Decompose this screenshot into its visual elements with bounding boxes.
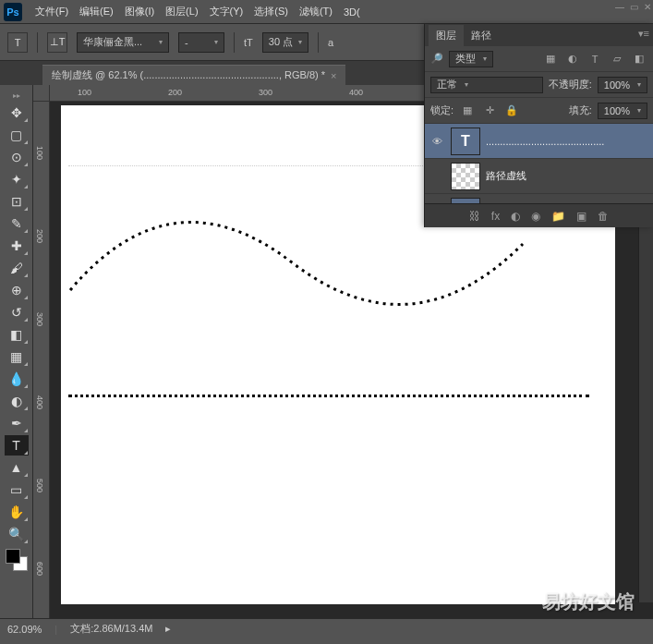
- fill-dropdown[interactable]: 100%: [598, 103, 647, 119]
- new-layer-icon[interactable]: ▣: [576, 210, 586, 223]
- blur-tool[interactable]: 💧: [5, 369, 29, 389]
- filter-adjust-icon[interactable]: ◐: [564, 51, 581, 67]
- shape-tool[interactable]: ▭: [5, 480, 29, 500]
- font-family-dropdown[interactable]: 华康俪金黑...: [77, 32, 169, 53]
- layer-mask-icon[interactable]: ◐: [511, 210, 520, 223]
- ruler-tick: 100: [35, 146, 44, 160]
- zoom-tool[interactable]: 🔍: [5, 524, 29, 544]
- pen-tool[interactable]: ✒: [5, 413, 29, 433]
- history-brush-tool[interactable]: ↺: [5, 302, 29, 322]
- zoom-level[interactable]: 62.09%: [7, 624, 42, 635]
- watermark: 易坊好文馆: [542, 589, 635, 614]
- menu-layer[interactable]: 图层(L): [160, 0, 203, 23]
- stamp-tool[interactable]: ⊕: [5, 280, 29, 300]
- panel-tabs: 图层 路径 ▾≡: [425, 24, 653, 46]
- tool-preset-icon[interactable]: T: [7, 32, 28, 53]
- visibility-icon[interactable]: 👁: [429, 136, 445, 147]
- filter-smart-icon[interactable]: ◧: [631, 51, 647, 67]
- tab-layers[interactable]: 图层: [429, 25, 464, 46]
- lasso-tool[interactable]: ⊙: [5, 147, 29, 167]
- adjustment-layer-icon[interactable]: ◉: [531, 210, 540, 223]
- maximize-icon[interactable]: ▭: [630, 2, 638, 12]
- lock-pixels-icon[interactable]: ▦: [459, 103, 476, 119]
- move-tool[interactable]: ✥: [5, 103, 29, 123]
- ruler-tick: 100: [78, 88, 91, 97]
- font-size-value: 30 点: [269, 35, 293, 49]
- layer-thumbnail[interactable]: T: [451, 198, 480, 204]
- layer-thumbnail[interactable]: [451, 163, 480, 190]
- ruler-origin[interactable]: [33, 85, 50, 102]
- ruler-vertical[interactable]: 100200300400500600: [33, 102, 50, 618]
- font-size-icon: tT: [244, 37, 253, 48]
- brush-tool[interactable]: 🖌: [5, 258, 29, 278]
- separator: [318, 32, 319, 53]
- menu-file[interactable]: 文件(F): [30, 0, 74, 23]
- close-icon[interactable]: ✕: [644, 2, 651, 12]
- font-style-value: -: [185, 37, 188, 48]
- close-tab-icon[interactable]: ×: [331, 70, 336, 81]
- menu-image[interactable]: 图像(I): [119, 0, 160, 23]
- path-select-tool[interactable]: ▲: [5, 457, 29, 478]
- orientation-icon[interactable]: ⊥T: [47, 32, 67, 53]
- tab-paths[interactable]: 路径: [464, 25, 499, 46]
- menu-select[interactable]: 选择(S): [248, 0, 294, 23]
- ruler-tick: 200: [35, 229, 44, 243]
- blend-mode-dropdown[interactable]: 正常: [430, 77, 543, 93]
- blend-mode-value: 正常: [437, 78, 457, 91]
- healing-tool[interactable]: ✚: [5, 236, 29, 256]
- delete-layer-icon[interactable]: 🗑: [598, 210, 609, 223]
- minimize-icon[interactable]: —: [615, 2, 624, 12]
- document-tab[interactable]: 绘制虚线 @ 62.1% (..........................…: [42, 65, 345, 85]
- group-icon[interactable]: 📁: [551, 210, 565, 223]
- lock-position-icon[interactable]: ✛: [481, 103, 498, 119]
- lock-all-icon[interactable]: 🔒: [503, 103, 520, 119]
- menu-3d[interactable]: 3D(: [338, 0, 366, 23]
- filter-pixel-icon[interactable]: ▦: [542, 51, 559, 67]
- filter-type-value: 类型: [455, 52, 476, 66]
- lock-row: 锁定: ▦ ✛ 🔒 填充: 100%: [425, 98, 653, 124]
- font-size-dropdown[interactable]: 30 点: [262, 32, 308, 53]
- layer-name[interactable]: ........................................…: [486, 136, 649, 147]
- tool-palette: ▸▸ ✥ ▢ ⊙ ✦ ⊡ ✎ ✚ 🖌 ⊕ ↺ ◧ ▦ 💧 ◐ ✒ T ▲ ▭ ✋…: [0, 85, 33, 618]
- separator: [234, 32, 235, 53]
- link-layers-icon[interactable]: ⛓: [469, 210, 480, 223]
- gradient-tool[interactable]: ▦: [5, 346, 29, 367]
- type-tool[interactable]: T: [5, 435, 29, 456]
- font-style-dropdown[interactable]: -: [178, 32, 224, 53]
- eraser-tool[interactable]: ◧: [5, 324, 29, 345]
- filter-type-dropdown[interactable]: 类型: [449, 51, 493, 67]
- foreground-color[interactable]: [6, 549, 20, 564]
- filter-icon[interactable]: 🔎: [430, 53, 443, 65]
- magic-wand-tool[interactable]: ✦: [5, 169, 29, 189]
- opacity-value: 100%: [604, 79, 630, 91]
- filter-shape-icon[interactable]: ▱: [609, 51, 625, 67]
- crop-tool[interactable]: ⊡: [5, 191, 29, 212]
- panel-menu-icon[interactable]: ▾≡: [638, 28, 649, 40]
- color-swatches[interactable]: [6, 549, 28, 571]
- eyedropper-tool[interactable]: ✎: [5, 213, 29, 234]
- layer-thumbnail[interactable]: T: [451, 128, 480, 155]
- ruler-tick: 400: [35, 395, 44, 409]
- status-bar: 62.09% | 文档:2.86M/13.4M ▸: [0, 618, 653, 638]
- menu-edit[interactable]: 编辑(E): [74, 0, 119, 23]
- expand-toolbar-icon[interactable]: ▸▸: [0, 89, 32, 102]
- filter-type-icon[interactable]: T: [586, 51, 603, 67]
- opacity-dropdown[interactable]: 100%: [598, 77, 647, 93]
- layer-fx-icon[interactable]: fx: [491, 210, 500, 223]
- status-arrow-icon[interactable]: ▸: [165, 623, 171, 635]
- doc-size[interactable]: 文档:2.86M/13.4M: [70, 622, 152, 636]
- opacity-label: 不透明度:: [549, 78, 592, 91]
- layer-row[interactable]: 👁 T ....................................…: [425, 194, 653, 203]
- menu-filter[interactable]: 滤镜(T): [294, 0, 338, 23]
- lock-label: 锁定:: [430, 103, 453, 117]
- hand-tool[interactable]: ✋: [5, 502, 29, 522]
- window-controls: — ▭ ✕: [615, 2, 651, 12]
- fill-label: 填充:: [569, 103, 592, 117]
- layer-name[interactable]: 路径虚线: [486, 169, 649, 183]
- dodge-tool[interactable]: ◐: [5, 391, 29, 411]
- layer-filter-row: 🔎 类型 ▦ ◐ T ▱ ◧: [425, 46, 653, 72]
- marquee-tool[interactable]: ▢: [5, 125, 29, 145]
- layer-row[interactable]: 👁 T ....................................…: [425, 124, 653, 159]
- layer-row[interactable]: 路径虚线: [425, 159, 653, 194]
- menu-type[interactable]: 文字(Y): [204, 0, 249, 23]
